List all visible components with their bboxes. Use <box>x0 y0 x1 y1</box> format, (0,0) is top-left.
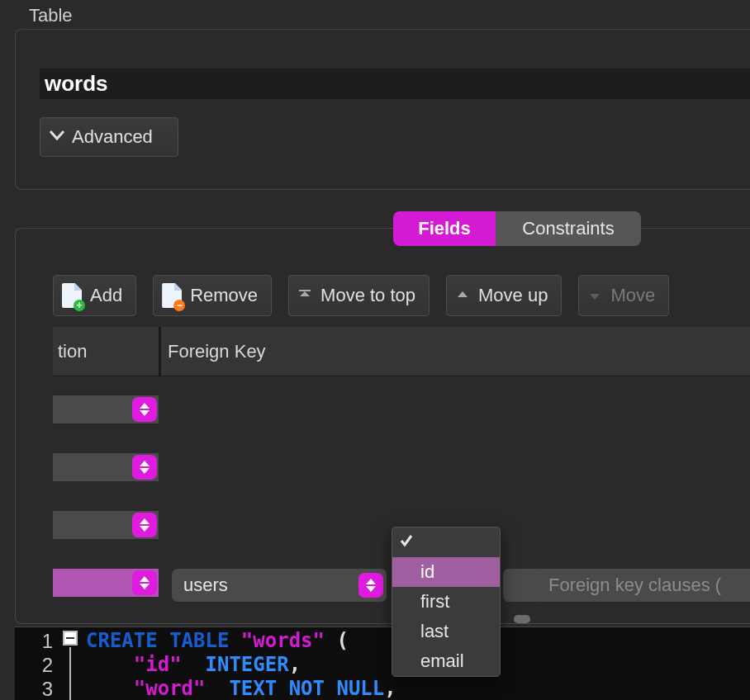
fk-table-value: users <box>183 575 228 596</box>
grid-header-col1: tion <box>53 341 159 362</box>
add-label: Add <box>90 285 122 306</box>
field-option-stepper[interactable] <box>53 395 159 423</box>
dropdown-item-first[interactable]: first <box>392 587 500 617</box>
move-partial-button[interactable]: Move <box>578 275 669 316</box>
field-option-stepper[interactable] <box>53 453 159 481</box>
tab-fields[interactable]: Fields <box>393 211 496 246</box>
select-handle-icon <box>358 573 383 598</box>
sql-gutter: 1 2 3 <box>15 627 61 700</box>
fields-toolbar: + Add − Remove Move to top Move up <box>53 275 669 316</box>
advanced-toggle[interactable]: Advanced <box>40 117 178 157</box>
stepper-handle-icon <box>132 455 157 480</box>
remove-field-button[interactable]: − Remove <box>153 275 272 316</box>
sql-preview: 1 2 3 CREATE TABLE "words" ( "id" INTEGE… <box>15 627 750 700</box>
remove-label: Remove <box>190 285 258 306</box>
stepper-handle-icon <box>132 397 157 422</box>
fold-toggle-icon[interactable] <box>63 631 78 646</box>
foreign-key-clauses-input[interactable]: Foreign key clauses ( <box>537 569 750 602</box>
move-top-label: Move to top <box>320 285 415 306</box>
field-row[interactable] <box>53 434 750 492</box>
fk-column-dropdown: id first last email <box>392 527 501 677</box>
dropdown-item-last[interactable]: last <box>392 617 500 646</box>
foreign-key-table-select[interactable]: users <box>172 569 387 602</box>
dropdown-item-id[interactable]: id <box>392 557 500 587</box>
move-to-top-button[interactable]: Move to top <box>288 275 430 316</box>
check-icon <box>399 532 414 546</box>
dropdown-item-blank[interactable] <box>392 527 500 557</box>
move-up-button[interactable]: Move up <box>446 275 562 316</box>
fk-clauses-placeholder: Foreign key clauses ( <box>548 575 721 596</box>
move-up-icon <box>455 288 470 303</box>
field-option-stepper[interactable] <box>53 511 159 539</box>
grid-header-foreign-key: Foreign Key <box>161 341 266 362</box>
move-top-icon <box>297 288 312 303</box>
advanced-label: Advanced <box>72 126 153 148</box>
document-remove-icon: − <box>162 283 182 308</box>
sql-fold-gutter <box>61 627 86 700</box>
field-row[interactable] <box>53 376 750 434</box>
move-down-icon <box>587 288 602 303</box>
table-panel <box>15 29 750 190</box>
move-up-label: Move up <box>478 285 548 306</box>
stepper-handle-icon <box>132 513 157 537</box>
dropdown-item-email[interactable]: email <box>392 646 500 676</box>
table-section-label: Table <box>29 5 73 26</box>
fields-grid-header: tion Foreign Key <box>53 327 750 376</box>
chevron-down-icon <box>47 125 67 149</box>
horizontal-scrollbar[interactable] <box>514 615 530 623</box>
move-partial-label: Move <box>610 285 655 306</box>
add-field-button[interactable]: + Add <box>53 275 136 316</box>
tabs: Fields Constraints <box>393 211 641 246</box>
tab-constraints[interactable]: Constraints <box>496 211 641 246</box>
document-add-icon: + <box>62 283 82 308</box>
table-name-input[interactable] <box>40 69 750 99</box>
